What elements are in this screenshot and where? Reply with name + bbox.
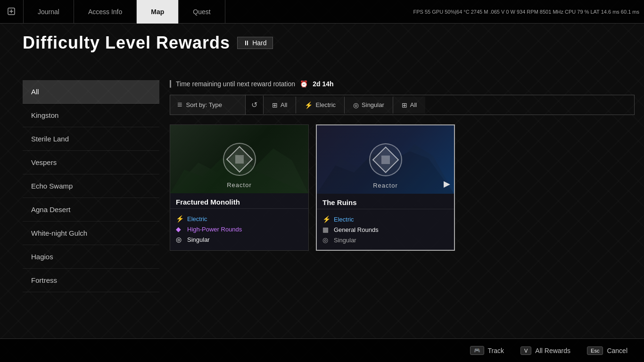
filter-all-types-label: All — [410, 101, 417, 108]
sidebar-item-echo-swamp[interactable]: Echo Swamp — [23, 174, 159, 198]
track-action[interactable]: 🎮 Track — [463, 342, 511, 359]
tab-quest[interactable]: Quest — [179, 0, 225, 24]
reward-electric-ruins: ⚡ Electric — [322, 214, 448, 224]
difficulty-badge: ⏸ Hard — [237, 37, 272, 49]
filter-all-layers[interactable]: ⊞ All — [264, 97, 296, 114]
main-content: Difficulty Level Rewards ⏸ Hard All King… — [0, 24, 644, 338]
search-icon[interactable] — [0, 0, 24, 24]
reward-singular-monolith: ◎ Singular — [176, 234, 303, 245]
dungeon-cards-grid: Reactor Fractured Monolith ⚡ Electric ◆ … — [170, 124, 635, 251]
timer-icon: ⏰ — [300, 80, 308, 88]
card-name-monolith: Fractured Monolith — [170, 193, 308, 209]
card-rewards-monolith: ⚡ Electric ◆ High-Power Rounds ◎ Singula… — [170, 209, 308, 249]
filter-all-types[interactable]: ⊞ All — [393, 97, 425, 114]
tab-journal[interactable]: Journal — [24, 0, 74, 24]
filter-singular-label: Singular — [362, 101, 384, 108]
reward-electric-monolith: ⚡ Electric — [176, 214, 303, 224]
sidebar-item-all[interactable]: All — [23, 80, 159, 104]
all-types-icon: ⊞ — [402, 101, 407, 109]
cancel-key-badge: Esc — [587, 346, 603, 355]
filter-all-layers-label: All — [281, 101, 287, 108]
filter-bar: ≡ Sort by: Type ↺ ⊞ All ⚡ Electric ◎ Sin… — [170, 95, 635, 115]
rounds-icon-ruins: ▦ — [322, 226, 330, 233]
timer-value: 2d 14h — [313, 80, 333, 88]
sidebar-item-white-night-gulch[interactable]: White-night Gulch — [23, 222, 159, 245]
card-the-ruins[interactable]: Reactor ▶ The Ruins ⚡ Electric ▦ General… — [316, 124, 455, 251]
card-background-monolith: Reactor — [170, 125, 308, 193]
content-area: Time remaining until next reward rotatio… — [170, 80, 635, 334]
sort-icon: ≡ — [177, 100, 182, 110]
difficulty-icon: ⏸ — [243, 39, 250, 47]
sidebar-item-kingston[interactable]: Kingston — [23, 104, 159, 127]
electric-icon: ⚡ — [305, 101, 313, 109]
refresh-button[interactable]: ↺ — [246, 96, 264, 114]
all-rewards-key-badge: V — [520, 346, 531, 355]
bottom-action-bar: 🎮 Track V All Rewards Esc Cancel — [0, 338, 644, 362]
singular-icon-ruins: ◎ — [322, 236, 330, 244]
timer-label: Time remaining until next reward rotatio… — [176, 80, 295, 88]
singular-icon-monolith: ◎ — [176, 236, 183, 243]
card-name-ruins: The Ruins — [317, 194, 454, 209]
card-rewards-ruins: ⚡ Electric ▦ General Rounds ◎ Singular — [317, 209, 454, 250]
all-rewards-label: All Rewards — [535, 347, 570, 354]
sidebar-item-hagios[interactable]: Hagios — [23, 245, 159, 269]
timer-bar: Time remaining until next reward rotatio… — [170, 80, 635, 88]
top-navigation: Journal Access Info Map Quest FPS 55 GPU… — [0, 0, 644, 24]
region-sidebar: All Kingston Sterile Land Vespers Echo S… — [23, 80, 159, 334]
fps-display: FPS 55 GPU 50%|64 °C 2745 M .065 V 0 W 9… — [413, 9, 644, 15]
cancel-action[interactable]: Esc Cancel — [580, 343, 635, 359]
sort-button[interactable]: ≡ Sort by: Type — [170, 95, 246, 115]
all-rewards-action[interactable]: V All Rewards — [513, 343, 578, 359]
rounds-icon-monolith: ◆ — [176, 225, 183, 233]
tab-map[interactable]: Map — [137, 0, 179, 24]
track-label: Track — [488, 347, 504, 354]
cursor-indicator: ▶ — [444, 179, 450, 189]
cancel-label: Cancel — [607, 347, 627, 354]
card-fractured-monolith[interactable]: Reactor Fractured Monolith ⚡ Electric ◆ … — [170, 124, 309, 251]
reward-rounds-monolith: ◆ High-Power Rounds — [176, 224, 303, 234]
sidebar-item-sterile-land[interactable]: Sterile Land — [23, 127, 159, 151]
track-key-badge: 🎮 — [470, 346, 484, 355]
card-type-label-monolith: Reactor — [170, 181, 308, 189]
filter-electric-label: Electric — [315, 101, 336, 108]
refresh-icon: ↺ — [251, 100, 257, 109]
difficulty-label: Hard — [252, 39, 266, 47]
sidebar-item-agna-desert[interactable]: Agna Desert — [23, 198, 159, 222]
filter-electric[interactable]: ⚡ Electric — [296, 97, 345, 114]
card-type-label-ruins: Reactor — [317, 182, 454, 189]
sort-label: Sort by: Type — [186, 101, 222, 108]
singular-icon: ◎ — [353, 101, 359, 109]
all-layers-icon: ⊞ — [272, 101, 278, 109]
filter-singular[interactable]: ◎ Singular — [345, 97, 393, 114]
electric-icon-monolith: ⚡ — [176, 215, 183, 222]
reactor-icon-monolith — [223, 143, 256, 176]
sidebar-item-vespers[interactable]: Vespers — [23, 151, 159, 174]
tab-access-info[interactable]: Access Info — [74, 0, 137, 24]
reward-singular-ruins: ◎ Singular — [322, 235, 448, 245]
reward-rounds-ruins: ▦ General Rounds — [322, 224, 448, 235]
page-title-area: Difficulty Level Rewards ⏸ Hard — [0, 24, 644, 60]
sidebar-item-fortress[interactable]: Fortress — [23, 269, 159, 292]
reactor-icon-ruins — [369, 143, 402, 176]
electric-icon-ruins: ⚡ — [322, 215, 330, 223]
card-background-ruins: Reactor ▶ — [317, 125, 454, 194]
page-title: Difficulty Level Rewards — [23, 33, 230, 53]
